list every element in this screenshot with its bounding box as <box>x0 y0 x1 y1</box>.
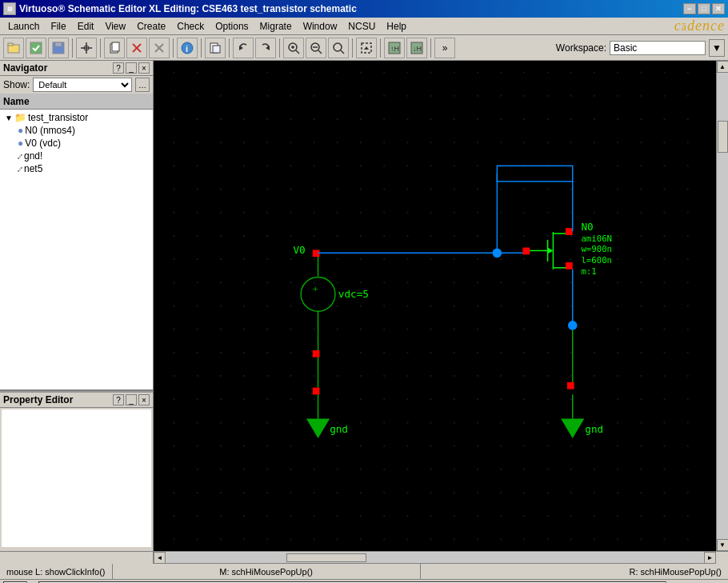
save-check-btn[interactable] <box>26 38 46 58</box>
crosshair-btn[interactable] <box>76 38 97 58</box>
status-left: mouse L: showClickInfo() <box>0 564 113 579</box>
hscroll-thumb[interactable] <box>286 553 366 562</box>
nav-tree: ▼ 📁 test_transistor ● N0 (nmos4) ● V0 (v… <box>0 110 153 389</box>
zoom-in-btn[interactable] <box>283 38 304 58</box>
v0-label: V0 <box>293 244 305 256</box>
svg-rect-2 <box>30 42 42 54</box>
menu-check[interactable]: Check <box>172 19 209 34</box>
svg-point-27 <box>334 43 342 51</box>
system-menu-btn[interactable]: ⊞ <box>3 2 16 15</box>
vscroll-up-btn[interactable]: ▲ <box>717 61 729 73</box>
vscroll-thumb[interactable] <box>718 121 728 153</box>
tree-item-V0[interactable]: ● V0 (vdc) <box>2 137 151 150</box>
menu-file[interactable]: File <box>46 19 70 34</box>
zoom-fit-btn[interactable] <box>328 38 349 58</box>
tree-item-N0[interactable]: ● N0 (nmos4) <box>2 124 151 137</box>
hscroll-right-btn[interactable]: ► <box>704 552 716 564</box>
main-layout: Navigator ? _ × Show: Default … Name <box>0 61 728 551</box>
maximize-btn[interactable]: □ <box>698 3 710 14</box>
show-label: Show: <box>3 79 30 90</box>
gate-terminal <box>522 248 530 255</box>
pe-help-btn[interactable]: ? <box>113 394 124 405</box>
zoom-out-btn[interactable] <box>306 38 326 58</box>
nav-close-btn[interactable]: × <box>138 62 150 74</box>
workspace-dropdown-btn[interactable]: ▼ <box>709 39 725 57</box>
vscroll-down-btn[interactable]: ▼ <box>717 539 729 551</box>
menu-window[interactable]: Window <box>298 19 342 34</box>
menu-launch[interactable]: Launch <box>3 19 44 34</box>
name-column-label: Name <box>3 96 30 107</box>
hier-dn-btn[interactable]: ↓H <box>406 38 427 58</box>
v0-terminal-bot <box>313 350 320 357</box>
minimize-btn[interactable]: − <box>683 3 696 14</box>
separator2 <box>100 38 101 58</box>
svg-rect-1 <box>8 43 13 46</box>
delete-btn[interactable] <box>149 38 170 58</box>
w-label: w=900n <box>581 244 612 254</box>
nav-min-btn[interactable]: _ <box>126 62 137 74</box>
nav-help-btn[interactable]: ? <box>113 62 124 74</box>
svg-text:↑H: ↑H <box>390 45 399 53</box>
save-btn[interactable] <box>48 38 69 58</box>
pe-min-btn[interactable]: _ <box>126 394 137 405</box>
menu-view[interactable]: View <box>100 19 130 34</box>
scroll-corner-left <box>0 552 154 564</box>
source-junction <box>568 321 578 330</box>
menu-help[interactable]: Help <box>382 19 411 34</box>
copy-btn[interactable] <box>104 38 125 58</box>
tree-expand-root[interactable]: ▼ <box>5 114 13 122</box>
workspace-area: Workspace: ▼ <box>556 39 725 57</box>
menu-ncsu[interactable]: NCSU <box>343 19 380 34</box>
svg-marker-19 <box>266 46 270 50</box>
zoom-area-btn[interactable] <box>356 38 377 58</box>
pe-close-btn[interactable]: × <box>138 394 150 405</box>
svg-rect-36 <box>162 61 707 551</box>
workspace-select[interactable] <box>610 41 706 55</box>
pe-body <box>2 409 151 547</box>
show-more-btn[interactable]: … <box>135 78 150 92</box>
separator8 <box>380 38 381 58</box>
n0-label: N0 <box>581 221 593 233</box>
svg-text:↓H: ↓H <box>413 45 422 53</box>
tree-label-gnd: gnd! <box>24 150 42 162</box>
tree-root[interactable]: ▼ 📁 test_transistor <box>2 111 151 124</box>
hscroll-left-btn[interactable]: ◄ <box>154 552 166 564</box>
open-btn[interactable] <box>3 38 24 58</box>
tree-item-gnd[interactable]: ⑇ gnd! <box>2 150 151 162</box>
pe-title: Property Editor <box>3 394 73 405</box>
menu-edit[interactable]: Edit <box>73 19 99 34</box>
svg-rect-17 <box>213 46 220 53</box>
undo-btn[interactable] <box>233 38 254 58</box>
info-btn[interactable]: i <box>177 38 198 58</box>
vscroll-track[interactable] <box>717 73 729 539</box>
menu-migrate[interactable]: Migrate <box>255 19 297 34</box>
vscrollbar[interactable]: ▲ ▼ <box>716 61 728 551</box>
cut-btn[interactable] <box>126 38 147 58</box>
hscroll-track[interactable] <box>166 553 703 563</box>
svg-text:i: i <box>186 44 188 54</box>
pe-controls: ? _ × <box>113 394 150 405</box>
workspace-label: Workspace: <box>556 42 606 54</box>
folder-icon: 📁 <box>14 112 26 123</box>
copy2-btn[interactable] <box>205 38 226 58</box>
menu-create[interactable]: Create <box>132 19 170 34</box>
l-label: l=600n <box>581 255 612 266</box>
scroll-corner-right <box>716 552 728 564</box>
separator3 <box>173 38 174 58</box>
redo-btn[interactable] <box>255 38 276 58</box>
net-icon-gnd: ⑇ <box>18 152 22 161</box>
title-text: Virtuoso® Schematic Editor XL Editing: C… <box>19 3 357 14</box>
show-select[interactable]: Default <box>33 78 132 92</box>
separator5 <box>229 38 230 58</box>
gnd2-label: gnd <box>585 423 603 435</box>
menu-options[interactable]: Options <box>210 19 253 34</box>
status-center-text: M: schHiMousePopUp() <box>219 567 313 577</box>
hscrollbar[interactable]: ◄ ► <box>154 552 716 563</box>
schematic-canvas[interactable]: V0 + vdc=5 <box>154 61 716 551</box>
instance-icon-V0: ● <box>18 138 23 149</box>
close-btn[interactable]: ✕ <box>712 3 725 14</box>
gnd1-terminal <box>313 388 320 395</box>
hier-up-btn[interactable]: ↑H <box>384 38 405 58</box>
more-btn[interactable]: » <box>434 38 455 58</box>
tree-item-net5[interactable]: ⑇ net5 <box>2 162 151 175</box>
